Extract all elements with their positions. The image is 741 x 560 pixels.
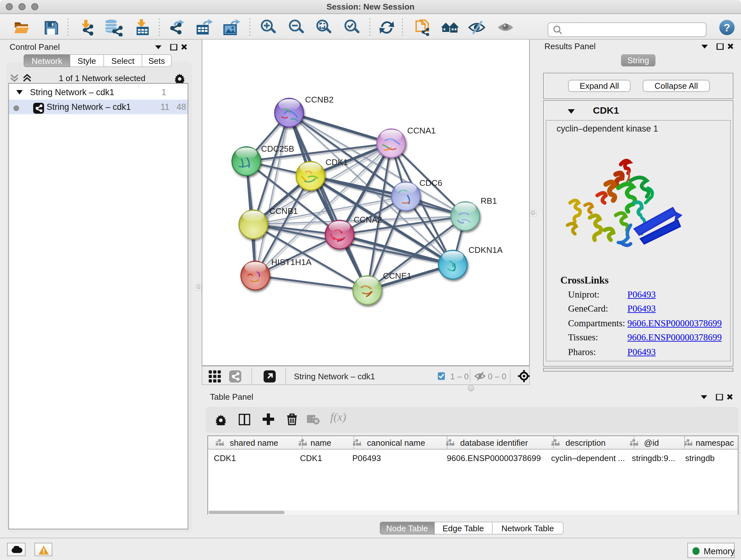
svg-text:HIST1H1A: HIST1H1A bbox=[271, 257, 312, 267]
svg-text:CDK1: CDK1 bbox=[325, 158, 347, 167]
svg-text:CCNA1: CCNA1 bbox=[407, 126, 435, 135]
svg-text:?: ? bbox=[724, 21, 731, 33]
svg-text:CDC6: CDC6 bbox=[419, 178, 442, 188]
svg-text:CCNB1: CCNB1 bbox=[269, 206, 297, 216]
svg-text:CDKN1A: CDKN1A bbox=[468, 245, 502, 255]
svg-text:CCNB2: CCNB2 bbox=[305, 95, 333, 105]
svg-text:CCNA2: CCNA2 bbox=[353, 215, 382, 225]
svg-text:CCNE1: CCNE1 bbox=[383, 271, 411, 281]
svg-text:RB1: RB1 bbox=[480, 196, 496, 206]
svg-text:CDC25B: CDC25B bbox=[261, 144, 294, 153]
